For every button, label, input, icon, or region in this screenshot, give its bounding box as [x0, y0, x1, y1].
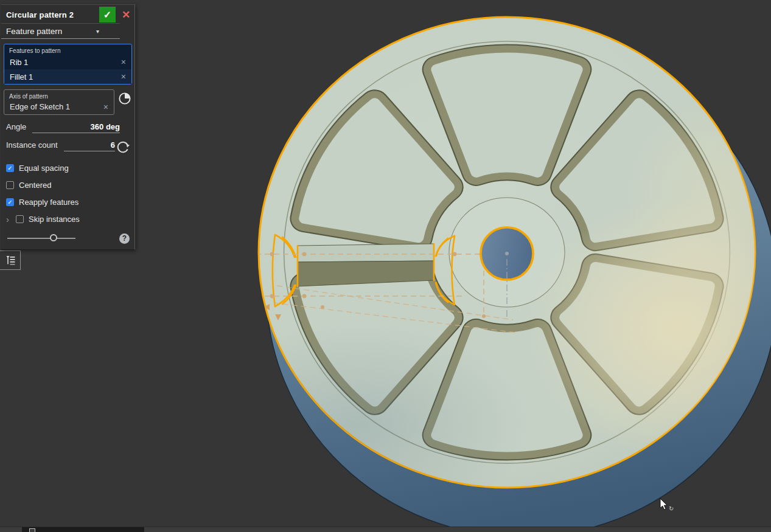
skip-instances-checkbox[interactable]	[16, 215, 24, 223]
axis-of-pattern-box[interactable]: Axis of pattern Edge of Sketch 1 ×	[4, 89, 114, 115]
check-icon: ✓	[103, 9, 111, 21]
skip-instances-row[interactable]: › Skip instances	[6, 215, 130, 224]
pattern-direction-icon[interactable]	[117, 91, 132, 108]
help-icon[interactable]: ?	[119, 233, 130, 244]
confirm-button[interactable]: ✓	[99, 7, 116, 22]
equal-spacing-checkbox[interactable]: ✓	[6, 164, 14, 172]
dialog-header: Circular pattern 2 ✓ ✕	[1, 5, 134, 23]
reapply-features-row[interactable]: ✓ Reapply features	[6, 198, 130, 207]
equal-spacing-row[interactable]: ✓ Equal spacing	[6, 164, 130, 173]
axis-row: Axis of pattern Edge of Sketch 1 ×	[4, 89, 132, 115]
reapply-features-label: Reapply features	[19, 198, 78, 207]
part-studio-tab-icon	[29, 528, 35, 532]
features-to-pattern-box[interactable]: Features to pattern Rib 1 × Fillet 1 ×	[4, 44, 132, 85]
centered-label: Centered	[19, 181, 51, 190]
angle-label: Angle	[6, 122, 26, 131]
feature-list-icon	[4, 255, 16, 266]
axis-value: Edge of Sketch 1	[10, 102, 70, 111]
edge-vertex-dot	[256, 295, 260, 299]
dialog-title: Circular pattern 2	[6, 10, 99, 19]
feature-item-fillet[interactable]: Fillet 1 ×	[4, 69, 131, 84]
cursor-badge-icon: ↻	[669, 505, 674, 512]
angle-input[interactable]: 360 deg	[32, 122, 120, 133]
pattern-type-dropdown[interactable]: Feature pattern ▾	[1, 23, 120, 39]
chevron-down-icon: ▾	[96, 28, 117, 35]
active-part-studio-tab[interactable]	[22, 527, 144, 532]
feature-item-label: Rib 1	[10, 58, 28, 67]
cancel-button[interactable]: ✕	[121, 9, 131, 21]
equal-spacing-label: Equal spacing	[19, 164, 69, 173]
close-icon: ✕	[122, 9, 130, 21]
slider-knob[interactable]	[50, 234, 57, 241]
remove-icon[interactable]: ×	[121, 57, 126, 67]
slider-track[interactable]	[7, 238, 75, 239]
chevron-right-icon[interactable]: ›	[6, 216, 16, 223]
feature-item-label: Fillet 1	[10, 72, 33, 81]
instance-count-label: Instance count	[6, 140, 58, 150]
center-point	[505, 252, 509, 255]
feature-list-toggle-button[interactable]	[0, 250, 21, 270]
mouse-cursor: ↻	[660, 499, 680, 516]
skip-instances-label: Skip instances	[29, 215, 80, 224]
feature-item-rib[interactable]: Rib 1 ×	[4, 55, 131, 69]
centered-checkbox[interactable]	[6, 181, 14, 189]
reapply-features-checkbox[interactable]: ✓	[6, 198, 14, 206]
centered-row[interactable]: Centered	[6, 181, 130, 190]
axis-box-label: Axis of pattern	[4, 92, 114, 100]
angle-row: Angle 360 deg	[6, 122, 120, 133]
app-window: Circular pattern 2 ✓ ✕ Feature pattern ▾…	[0, 0, 771, 532]
question-mark: ?	[122, 234, 127, 243]
rollback-slider-row: ?	[7, 233, 130, 243]
remove-icon[interactable]: ×	[121, 72, 126, 81]
circular-pattern-dialog: Circular pattern 2 ✓ ✕ Feature pattern ▾…	[1, 4, 135, 250]
remove-icon[interactable]: ×	[103, 102, 108, 112]
flip-direction-icon[interactable]	[116, 140, 130, 156]
pattern-type-value: Feature pattern	[6, 27, 96, 36]
features-box-label: Features to pattern	[4, 46, 131, 55]
instance-count-row: Instance count 6	[6, 140, 130, 156]
instance-count-input[interactable]: 6	[64, 140, 115, 151]
bottom-tab-bar	[0, 527, 771, 532]
